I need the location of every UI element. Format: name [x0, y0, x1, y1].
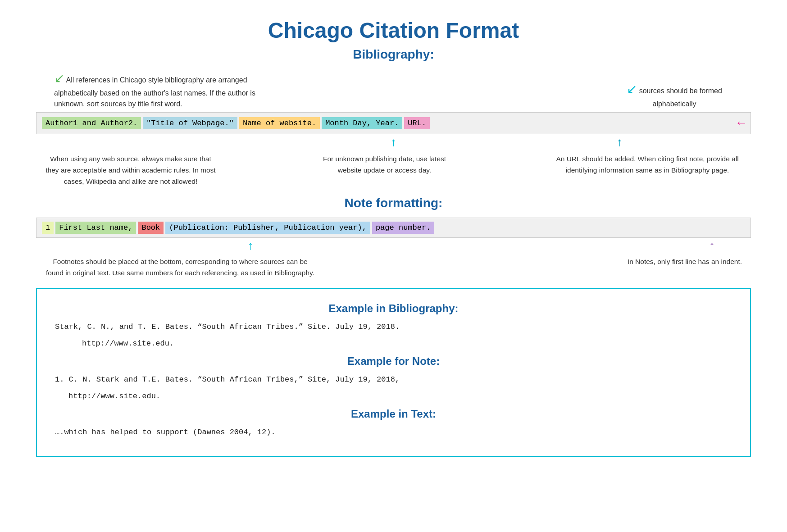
note-number: 1 — [42, 222, 54, 234]
example-bib-line1: Stark, C. N., and T. E. Bates. “South Af… — [55, 320, 732, 334]
example-bib-title: Example in Bibliography: — [55, 302, 732, 315]
note-bar: 1 First Last name, Book (Publication: Pu… — [36, 218, 751, 238]
note-ann-indent: In Notes, only first line has an indent. — [628, 256, 742, 279]
annotation-left: ↙ All references in Chicago style biblio… — [45, 69, 279, 109]
note-annotation-bottom-row: Footnotes should be placed at the bottom… — [27, 256, 760, 279]
citation-date: Month Day, Year. — [322, 117, 402, 129]
note-publication: (Publication: Publisher, Publication yea… — [165, 222, 370, 234]
annotation-bottom-row: When using any web source, always make s… — [27, 154, 760, 187]
bibliography-heading: Bibliography: — [27, 47, 760, 62]
example-text-line1: ….which has helped to support (Dawnes 20… — [55, 426, 732, 440]
citation-website: Name of website. — [239, 117, 320, 129]
citation-bar: Author1 and Author2. "Title of Webpage."… — [36, 112, 751, 134]
arrow-blue-down-icon: ↙ — [627, 82, 637, 96]
example-note-line1: 1. C. N. Stark and T.E. Bates. “South Af… — [55, 373, 732, 387]
ann-web-source: When using any web source, always make s… — [45, 154, 216, 187]
arrow-up-indent-icon: ↑ — [709, 239, 715, 252]
note-book: Book — [138, 222, 164, 234]
note-author: First Last name, — [55, 222, 136, 234]
note-heading: Note formatting: — [27, 196, 760, 210]
ann-url-info: An URL should be added. When citing firs… — [553, 154, 742, 187]
example-bib-line2: http://www.site.edu. — [55, 337, 732, 351]
page-title: Chicago Citation Format — [27, 18, 760, 43]
bibliography-section: Bibliography: ↙ All references in Chicag… — [27, 47, 760, 187]
citation-url: URL. — [404, 117, 430, 129]
annotation-right-text: sources should be formed alphabetically — [639, 87, 722, 108]
arrow-up-date-icon: ↑ — [617, 135, 623, 149]
examples-box: Example in Bibliography: Stark, C. N., a… — [36, 288, 751, 457]
example-note-title: Example for Note: — [55, 355, 732, 368]
citation-author: Author1 and Author2. — [42, 117, 141, 129]
annotation-left-text: All references in Chicago style bibliogr… — [54, 76, 255, 108]
example-note-line2: http://www.site.edu. — [55, 390, 732, 404]
example-text-title: Example in Text: — [55, 408, 732, 420]
annotation-top-row: ↙ All references in Chicago style biblio… — [27, 69, 760, 109]
citation-title: "Title of Webpage." — [143, 117, 237, 129]
note-page: page number. — [372, 222, 434, 234]
note-ann-footnotes: Footnotes should be placed at the bottom… — [45, 256, 315, 279]
arrow-green-icon: ↙ — [54, 69, 64, 88]
annotation-right: ↙ sources should be formed alphabeticall… — [607, 80, 742, 109]
arrow-up-footnote-icon: ↑ — [248, 239, 254, 252]
note-section: Note formatting: 1 First Last name, Book… — [27, 196, 760, 279]
arrow-up-title-icon: ↑ — [391, 135, 396, 149]
ann-unknown-date: For unknown publishing date, use latest … — [322, 154, 448, 187]
arrow-pink-icon: ← — [737, 116, 745, 130]
